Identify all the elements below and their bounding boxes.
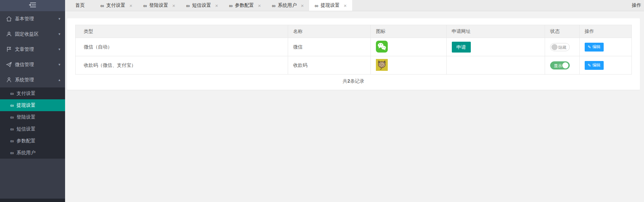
table-row: 收款码（微信、支付宝） 收款码: [76, 56, 632, 75]
chevron-down-icon: ▾: [58, 32, 60, 36]
link-icon: ∞: [229, 3, 233, 8]
system-management-submenu: ∞ 支付设置 ∞ 提现设置 ∞ 登陆设置 ∞ 短信设置 ∞ 参数配置 ∞ 系统用…: [0, 87, 65, 159]
sidebar-footer-strip: [0, 199, 65, 202]
sidebar-item-login-settings[interactable]: ∞ 登陆设置: [0, 111, 65, 123]
main-content: 类型 名称 图标 申请网址 状态 操作 微信（自动） 微信: [65, 11, 644, 202]
tab-parameter-config[interactable]: ∞ 参数配置 ×: [223, 0, 266, 11]
cell-status: 隐藏: [545, 38, 579, 56]
tab-system-users[interactable]: ∞ 系统用户 ×: [266, 0, 309, 11]
column-header-icon: 图标: [371, 25, 446, 38]
column-header-type: 类型: [76, 25, 288, 38]
tab-label: 支付设置: [106, 2, 125, 8]
sidebar-item-withdrawal-settings[interactable]: ∞ 提现设置: [0, 99, 65, 111]
sidebar-item-fixed-income[interactable]: 固定收益区 ▾: [0, 26, 65, 42]
record-count-suffix: 条记录: [350, 78, 364, 84]
sidebar-item-label: 固定收益区: [15, 31, 39, 37]
table-header-row: 类型 名称 图标 申请网址 状态 操作: [76, 25, 632, 38]
status-toggle-on[interactable]: 显示: [550, 61, 570, 69]
toggle-knob: [562, 62, 568, 68]
tab-label: 短信设置: [192, 2, 211, 8]
close-icon[interactable]: ×: [301, 3, 304, 8]
column-header-apply-url: 申请网址: [446, 25, 545, 38]
pencil-icon: ✎: [588, 63, 591, 68]
apply-button[interactable]: 申请: [452, 42, 471, 53]
tab-sms-settings[interactable]: ∞ 短信设置 ×: [181, 0, 223, 11]
cell-apply-url: 申请: [446, 38, 545, 56]
tab-withdrawal-settings[interactable]: ∞ 提现设置 ×: [309, 0, 352, 11]
tab-payment-settings[interactable]: ∞ 支付设置 ×: [95, 0, 138, 11]
link-icon: ∞: [10, 115, 14, 120]
close-icon[interactable]: ×: [129, 3, 133, 8]
sidebar-item-article-management[interactable]: 文章管理 ▾: [0, 42, 65, 57]
link-icon: ∞: [186, 3, 190, 8]
record-count: 共2条记录: [75, 78, 632, 84]
close-icon[interactable]: ×: [258, 3, 261, 8]
toggle-knob: [551, 44, 558, 50]
qrcode-image: [376, 59, 441, 72]
tab-label: 登陆设置: [149, 2, 168, 8]
edit-button[interactable]: ✎ 编辑: [585, 61, 604, 70]
tab-operations-dropdown[interactable]: 操作: [626, 0, 644, 11]
sidebar-item-label: 系统管理: [15, 77, 34, 83]
tab-label: 首页: [75, 2, 85, 8]
sidebar-subitem-label: 系统用户: [17, 150, 36, 156]
tab-label: 参数配置: [235, 2, 254, 8]
link-icon: ∞: [143, 3, 147, 8]
flag-icon: [6, 46, 12, 52]
sidebar: 基本管理 ▾ 固定收益区 ▾ 文章管理 ▾ 微信管理 ▾: [0, 0, 65, 202]
sidebar-item-parameter-config[interactable]: ∞ 参数配置: [0, 135, 65, 147]
cell-apply-url: [446, 56, 545, 75]
withdrawal-settings-table: 类型 名称 图标 申请网址 状态 操作 微信（自动） 微信: [75, 25, 632, 75]
sidebar-item-label: 微信管理: [15, 62, 34, 68]
sidebar-item-system-management[interactable]: 系统管理 ▴: [0, 72, 65, 87]
edit-button-label: 编辑: [592, 62, 601, 68]
sidebar-item-wechat-management[interactable]: 微信管理 ▾: [0, 57, 65, 72]
sidebar-subitem-label: 支付设置: [17, 90, 36, 97]
sidebar-item-sms-settings[interactable]: ∞ 短信设置: [0, 123, 65, 135]
sidebar-item-basic-management[interactable]: 基本管理 ▾: [0, 11, 65, 26]
column-header-operation: 操作: [579, 25, 631, 38]
withdrawal-settings-card: 类型 名称 图标 申请网址 状态 操作 微信（自动） 微信: [67, 18, 640, 90]
close-icon[interactable]: ×: [172, 3, 175, 8]
table-row: 微信（自动） 微信: [76, 38, 632, 56]
chevron-down-icon: ▾: [58, 17, 60, 21]
link-icon: ∞: [10, 150, 14, 155]
sidebar-item-payment-settings[interactable]: ∞ 支付设置: [0, 87, 65, 99]
close-icon[interactable]: ×: [215, 3, 218, 8]
cell-name: 微信: [288, 38, 371, 56]
cell-operation: ✎ 编辑: [579, 38, 631, 56]
link-icon: ∞: [10, 103, 14, 108]
close-icon[interactable]: ×: [344, 3, 347, 8]
cell-name: 收款码: [288, 56, 371, 75]
link-icon: ∞: [10, 138, 14, 143]
edit-button[interactable]: ✎ 编辑: [585, 43, 604, 52]
cell-icon: [371, 56, 446, 75]
tab-home[interactable]: 首页: [65, 0, 95, 11]
tab-label: 系统用户: [278, 2, 297, 8]
sidebar-collapse-button[interactable]: [0, 0, 65, 11]
edit-button-label: 编辑: [592, 44, 601, 50]
chevron-down-icon: ▾: [58, 62, 60, 67]
record-count-prefix: 共: [343, 78, 347, 84]
sidebar-item-system-users[interactable]: ∞ 系统用户: [0, 147, 65, 159]
link-icon: ∞: [10, 126, 14, 132]
cell-icon: [371, 38, 446, 56]
column-header-name: 名称: [288, 25, 371, 38]
tab-login-settings[interactable]: ∞ 登陆设置 ×: [138, 0, 180, 11]
tab-operations-label: 操作: [632, 2, 641, 8]
status-toggle-off[interactable]: 隐藏: [550, 43, 570, 51]
column-header-status: 状态: [545, 25, 579, 38]
wechat-icon: [376, 41, 441, 54]
link-icon: ∞: [315, 3, 318, 8]
chevron-down-icon: ▾: [58, 47, 60, 52]
sidebar-subitem-label: 参数配置: [17, 138, 36, 144]
toggle-label: 显示: [554, 63, 562, 69]
sidebar-subitem-label: 登陆设置: [17, 114, 36, 120]
link-icon: ∞: [10, 91, 14, 96]
tab-label: 提现设置: [321, 2, 340, 8]
person-icon: [6, 77, 12, 83]
record-count-number: 2: [347, 78, 350, 84]
tab-bar: 首页 ∞ 支付设置 × ∞ 登陆设置 × ∞ 短信设置 × ∞ 参数配置 × ∞…: [65, 0, 644, 11]
sidebar-subitem-label: 提现设置: [17, 102, 36, 108]
hamburger-collapse-icon: [29, 2, 36, 9]
